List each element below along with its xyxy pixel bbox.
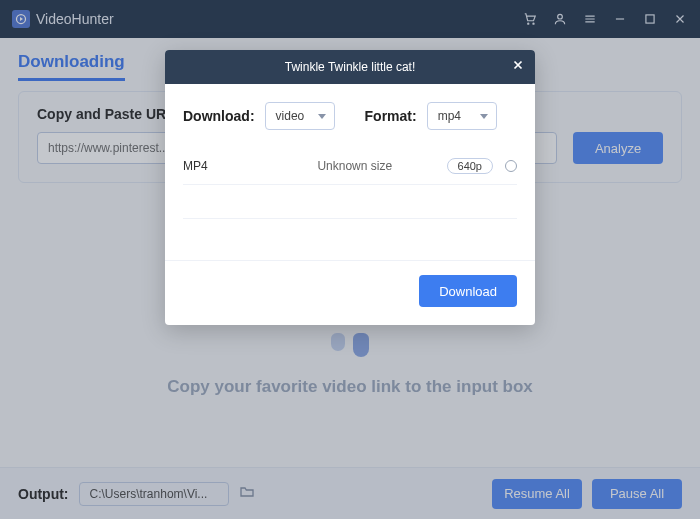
row-resolution: 640p — [447, 158, 493, 174]
download-type-label: Download: — [183, 108, 255, 124]
download-type-select[interactable]: video — [265, 102, 335, 130]
close-icon[interactable] — [511, 58, 525, 75]
download-modal: Twinkle Twinkle little cat! Download: vi… — [165, 50, 535, 325]
format-label: Format: — [365, 108, 417, 124]
modal-overlay: Twinkle Twinkle little cat! Download: vi… — [0, 0, 700, 519]
format-select[interactable]: mp4 — [427, 102, 497, 130]
quality-row[interactable]: MP4 Unknown size 640p — [183, 148, 517, 184]
row-radio[interactable] — [505, 160, 517, 172]
modal-header: Twinkle Twinkle little cat! — [165, 50, 535, 84]
row-size: Unknown size — [263, 159, 447, 173]
empty-row — [183, 218, 517, 252]
modal-title: Twinkle Twinkle little cat! — [285, 60, 416, 74]
empty-row — [183, 184, 517, 218]
row-format: MP4 — [183, 159, 263, 173]
download-button[interactable]: Download — [419, 275, 517, 307]
